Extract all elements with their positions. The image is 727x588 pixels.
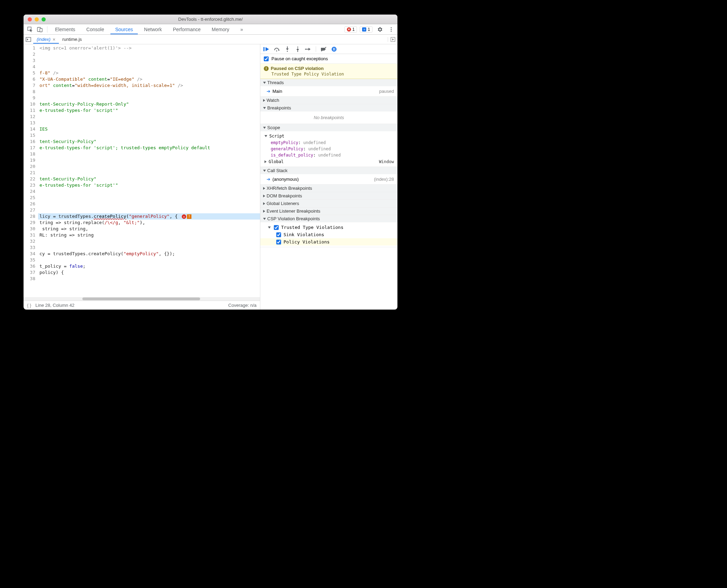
csp-checkbox[interactable] (276, 240, 281, 244)
code-line[interactable]: cy = trustedTypes.createPolicy("emptyPol… (38, 251, 260, 257)
message-badge[interactable]: ≡ 1 (360, 26, 373, 33)
code-line[interactable]: licy = trustedTypes.createPolicy("genera… (38, 213, 260, 220)
more-icon[interactable] (387, 25, 395, 34)
code-line[interactable] (38, 114, 260, 120)
devtools-window: DevTools - tt-enforced.glitch.me/ Elemen… (24, 15, 397, 310)
code-line[interactable] (38, 276, 260, 282)
csp-violation-item[interactable]: Sink Violations (260, 231, 397, 238)
code-line[interactable]: RL: string => string (38, 232, 260, 238)
threads-header[interactable]: Threads (260, 79, 397, 86)
code-line[interactable] (38, 207, 260, 213)
code-line[interactable] (38, 201, 260, 207)
run-snippet-icon[interactable] (388, 37, 397, 42)
resume-icon[interactable] (262, 45, 271, 53)
scope-script[interactable]: Script (260, 133, 397, 140)
scope-variable[interactable]: is_default_policy: undefined (260, 152, 397, 158)
scope-variable[interactable]: emptyPolicy: undefined (260, 140, 397, 146)
tab-network[interactable]: Network (139, 25, 167, 34)
inspect-icon[interactable] (26, 25, 35, 34)
code-line[interactable]: f-8" /> (38, 70, 260, 76)
code-line[interactable]: "X-UA-Compatible" content="IE=edge" /> (38, 76, 260, 82)
callstack-frame[interactable]: ➔ (anonymous) (index):28 (260, 176, 397, 183)
code-line[interactable] (38, 244, 260, 251)
horizontal-scrollbar[interactable] (24, 297, 260, 301)
step-icon[interactable] (304, 45, 312, 53)
code-line[interactable] (38, 132, 260, 139)
pause-on-caught-label: Pause on caught exceptions (271, 56, 328, 61)
pause-on-caught-checkbox[interactable] (264, 56, 269, 61)
code-line[interactable] (38, 170, 260, 176)
tab-elements[interactable]: Elements (50, 25, 80, 34)
tab-performance[interactable]: Performance (168, 25, 205, 34)
code-line[interactable]: tent-Security-Policy" (38, 176, 260, 182)
code-line[interactable]: string => string, (38, 226, 260, 232)
error-badge[interactable]: ✕ 1 (344, 26, 357, 33)
global-listeners-header[interactable]: Global Listeners (260, 200, 397, 207)
code-editor[interactable]: 1234567891011121314151617181920212223242… (24, 44, 260, 297)
pause-on-exceptions-icon[interactable] (330, 45, 338, 53)
code-line[interactable] (38, 195, 260, 201)
csp-checkbox[interactable] (274, 225, 279, 230)
scope-variable[interactable]: generalPolicy: undefined (260, 146, 397, 152)
status-bar: { } Line 28, Column 42 Coverage: n/a (24, 301, 260, 310)
dom-bp-header[interactable]: DOM Breakpoints (260, 192, 397, 199)
panel-tabs: Elements Console Sources Network Perform… (50, 25, 344, 34)
deactivate-breakpoints-icon[interactable] (320, 45, 328, 53)
scroll-thumb[interactable] (82, 297, 200, 300)
thread-main[interactable]: ➔ Main paused (260, 88, 397, 95)
code-line[interactable] (38, 257, 260, 263)
code-line[interactable] (38, 157, 260, 163)
tab-overflow[interactable]: » (235, 25, 248, 34)
breakpoints-header[interactable]: Breakpoints (260, 104, 397, 112)
maximize-window-button[interactable] (42, 17, 46, 21)
code-line[interactable] (38, 238, 260, 244)
code-line[interactable]: tring => string.replace(/\</g, "&lt;"), (38, 220, 260, 226)
pretty-print-icon[interactable]: { } (27, 303, 31, 308)
code-line[interactable] (38, 89, 260, 95)
csp-bp-header[interactable]: CSP Violation Breakpoints (260, 215, 397, 222)
code-line[interactable]: e-trusted-types-for 'script'" (38, 107, 260, 114)
scope-header[interactable]: Scope (260, 124, 397, 131)
close-icon[interactable]: × (53, 37, 55, 42)
code-line[interactable]: ort" content="width=device-width, initia… (38, 82, 260, 89)
code-line[interactable]: e-trusted-types-for 'script'; trusted-ty… (38, 145, 260, 151)
csp-checkbox[interactable] (276, 232, 281, 237)
scope-global[interactable]: Global Window (260, 158, 397, 165)
watch-header[interactable]: Watch (260, 97, 397, 104)
code-line[interactable]: tent-Security-Policy" (38, 139, 260, 145)
code-line[interactable]: <img src=1 onerror='alert(1)'> --> (38, 45, 260, 51)
code-line[interactable]: policy) { (38, 269, 260, 276)
file-tab-index[interactable]: (index) × (33, 35, 59, 44)
code-line[interactable] (38, 95, 260, 101)
close-window-button[interactable] (28, 17, 32, 21)
csp-violation-item[interactable]: Policy Violations (260, 238, 397, 246)
callstack-header[interactable]: Call Stack (260, 167, 397, 174)
code-line[interactable] (38, 51, 260, 57)
code-line[interactable]: t_policy = false; (38, 263, 260, 269)
minimize-window-button[interactable] (35, 17, 39, 21)
paused-subtitle: Trusted Type Policy Violation (271, 72, 394, 77)
tab-console[interactable]: Console (81, 25, 109, 34)
code-line[interactable] (38, 64, 260, 70)
code-line[interactable] (38, 151, 260, 157)
tab-sources[interactable]: Sources (110, 25, 138, 34)
step-into-icon[interactable] (283, 45, 291, 53)
tab-memory[interactable]: Memory (207, 25, 234, 34)
code-line[interactable] (38, 188, 260, 195)
code-line[interactable]: e-trusted-types-for 'script'" (38, 182, 260, 188)
code-content[interactable]: <img src=1 onerror='alert(1)'> -->f-8" /… (38, 44, 260, 297)
settings-icon[interactable] (375, 25, 384, 34)
xhr-bp-header[interactable]: XHR/fetch Breakpoints (260, 185, 397, 192)
device-toggle-icon[interactable] (35, 25, 44, 34)
navigator-toggle-icon[interactable] (24, 37, 33, 42)
code-line[interactable]: tent-Security-Policy-Report-Only" (38, 101, 260, 107)
file-tab-runtime[interactable]: runtime.js (59, 35, 85, 44)
code-line[interactable] (38, 57, 260, 64)
step-over-icon[interactable] (273, 45, 281, 53)
code-line[interactable]: IES (38, 126, 260, 132)
code-line[interactable] (38, 163, 260, 170)
step-out-icon[interactable] (294, 45, 302, 53)
code-line[interactable] (38, 120, 260, 126)
event-listener-bp-header[interactable]: Event Listener Breakpoints (260, 207, 397, 215)
csp-violation-item[interactable]: Trusted Type Violations (260, 224, 397, 231)
